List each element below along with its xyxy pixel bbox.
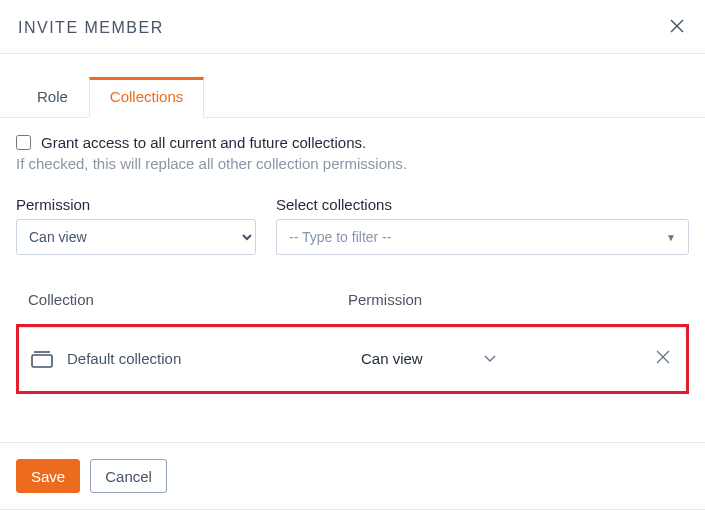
col-header-collection: Collection	[28, 291, 348, 308]
grant-access-label: Grant access to all current and future c…	[41, 134, 366, 151]
collections-filter-placeholder: -- Type to filter --	[289, 229, 391, 245]
svg-rect-2	[32, 355, 52, 367]
permission-select[interactable]: Can view	[16, 219, 256, 255]
chevron-down-icon	[483, 350, 497, 367]
table-row: Default collection Can view	[19, 327, 686, 391]
save-button[interactable]: Save	[16, 459, 80, 493]
permission-group: Permission Can view	[16, 196, 256, 255]
cancel-button[interactable]: Cancel	[90, 459, 167, 493]
tabs: Role Collections	[0, 76, 705, 118]
permission-label: Permission	[16, 196, 256, 213]
form-row: Permission Can view Select collections -…	[16, 196, 689, 255]
row-permission-value: Can view	[361, 350, 423, 367]
table-header: Collection Permission	[16, 279, 689, 324]
close-button[interactable]	[669, 18, 685, 37]
grant-access-row: Grant access to all current and future c…	[16, 134, 689, 151]
grant-access-helper: If checked, this will replace all other …	[16, 155, 689, 172]
modal-header: INVITE MEMBER	[0, 0, 705, 54]
tab-content: Grant access to all current and future c…	[0, 118, 705, 404]
caret-down-icon: ▼	[666, 232, 676, 243]
close-icon	[656, 350, 670, 364]
cell-collection: Default collection	[31, 350, 361, 368]
footer: Save Cancel	[0, 442, 705, 510]
col-header-permission: Permission	[348, 291, 422, 308]
collections-filter-combo[interactable]: -- Type to filter -- ▼	[276, 219, 689, 255]
remove-row-button[interactable]	[652, 346, 674, 371]
grant-access-checkbox[interactable]	[16, 135, 31, 150]
select-collections-group: Select collections -- Type to filter -- …	[276, 196, 689, 255]
select-collections-label: Select collections	[276, 196, 689, 213]
tab-role[interactable]: Role	[16, 77, 89, 118]
modal-title: INVITE MEMBER	[18, 19, 164, 37]
close-icon	[669, 18, 685, 34]
collection-icon	[31, 350, 53, 368]
highlight-region: Default collection Can view	[16, 324, 689, 394]
cell-permission[interactable]: Can view	[361, 350, 652, 367]
tab-collections[interactable]: Collections	[89, 77, 204, 118]
collection-name: Default collection	[67, 350, 181, 367]
